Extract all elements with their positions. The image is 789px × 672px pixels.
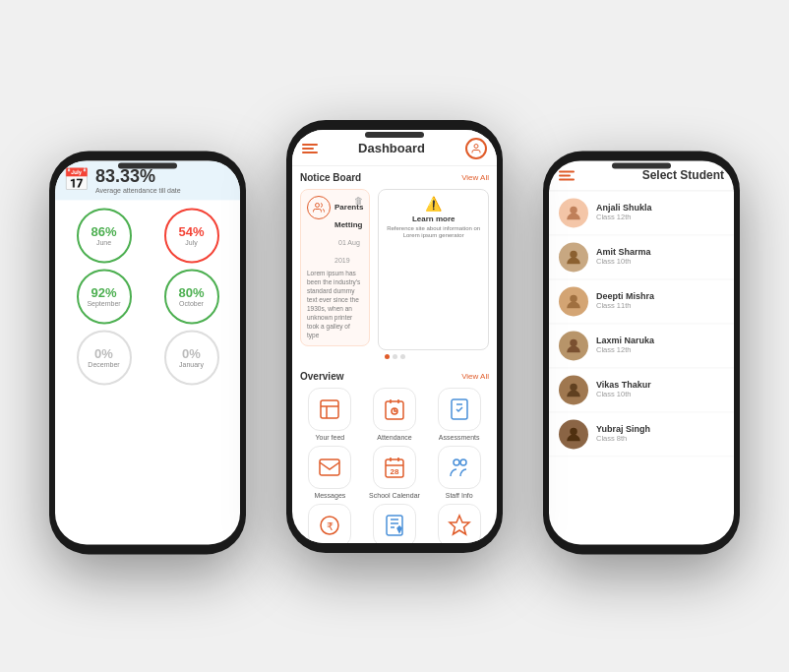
staff-icon-box [438,446,481,489]
student-info-vikas: Vikas Thakur Class 10th [596,380,651,398]
dashboard-title: Dashboard [358,141,425,155]
notice-card-parents: 🗑 Parents Metti [300,189,370,347]
attendance-subtitle: Average attendance till date [95,187,181,194]
attendance-label: Attendance [377,434,411,441]
svg-point-16 [454,459,459,465]
grid-item-attendance[interactable]: Attendance [365,388,425,441]
student-item[interactable]: Vikas Thakur Class 10th [549,368,734,412]
svg-text:₹: ₹ [327,520,334,532]
learn-more-card[interactable]: ⚠️ Learn more Reference site about infor… [378,189,489,351]
grid-item-fees[interactable]: ₹ Fees [300,504,360,542]
fees-icon-box: ₹ [308,504,351,542]
svg-point-24 [570,294,577,302]
month-january: 0% January [164,330,219,385]
student-info-amit: Amit Sharma Class 10th [596,247,651,266]
svg-marker-21 [450,516,469,534]
notice-board-header: Notice Board View All [300,172,489,183]
grid-item-achievements[interactable]: Achievements [429,504,489,542]
feed-icon-box [308,388,351,431]
dot-1[interactable] [385,354,390,359]
svg-point-1 [316,203,320,207]
svg-rect-10 [320,459,339,475]
phone-right: Select Student Anjali Shukla Class 12th [543,151,740,554]
notice-date: 01 Aug 2019 [334,239,360,264]
svg-point-27 [570,427,577,435]
student-item[interactable]: Amit Sharma Class 10th [549,235,734,279]
month-july: 54% July [164,208,219,263]
delete-icon[interactable]: 🗑 [354,196,363,206]
grid-item-calendar[interactable]: 28 School Calendar [365,446,425,499]
select-student-header: Select Student [549,160,734,191]
student-list: Anjali Shukla Class 12th Amit Sharma Cla… [549,191,734,457]
menu-icon-right[interactable] [559,170,575,180]
student-item[interactable]: Deepti Mishra Class 11th [549,279,734,324]
svg-point-23 [570,250,577,258]
month-december: 0% December [77,330,132,385]
notice-body: Lorem ipsum has been the industry's stan… [307,269,363,340]
learn-more-desc: Reference site about information on Lore… [385,225,482,241]
grid-item-assessments[interactable]: Assessments [429,388,489,441]
assessments-icon-box [438,388,481,431]
month-september: 92% September [77,269,132,324]
student-item[interactable]: Yubraj Singh Class 8th [549,412,734,457]
attendance-icon-box [373,388,416,431]
student-avatar-laxmi [559,331,588,360]
month-june: 86% June [77,208,132,263]
learn-more-title: Learn more [385,214,482,223]
overview-view-all[interactable]: View All [461,372,489,381]
student-info-laxmi: Laxmi Naruka Class 12th [596,336,654,354]
student-info-anjali: Anjali Shukla Class 12th [596,203,652,221]
notice-board-title: Notice Board [300,172,361,183]
student-avatar-vikas [559,375,588,404]
notice-avatar [307,196,331,219]
svg-point-22 [570,206,577,214]
dashboard-header: Dashboard [292,130,497,166]
notice-dots [300,354,489,359]
achievements-icon-box [438,504,481,542]
warning-icon: ⚠️ [385,196,482,212]
grid-item-feed[interactable]: Your feed [300,388,360,441]
svg-rect-2 [321,400,338,418]
select-student-title: Select Student [580,168,724,182]
calendar-icon: 📅 [63,167,90,193]
student-avatar-anjali [559,198,588,227]
menu-icon[interactable] [302,144,318,153]
student-avatar-yubraj [559,419,588,449]
student-item[interactable]: Anjali Shukla Class 12th [549,191,734,235]
svg-point-17 [460,459,466,465]
calendar-icon-box: 28 [373,446,416,489]
overview-section: Overview View All Your feed [292,367,497,542]
dot-2[interactable] [393,354,397,359]
overview-title: Overview [300,371,343,382]
grid-item-messages[interactable]: Messages [300,446,360,499]
grid-item-homework[interactable]: Homework [365,504,425,542]
overview-header: Overview View All [300,371,489,382]
overview-grid: Your feed Att [300,388,489,542]
svg-point-25 [570,338,577,346]
svg-point-0 [474,144,478,148]
assessments-label: Assessments [439,434,480,441]
phone-center: Dashboard Notice Board View All [286,120,503,553]
user-icon[interactable] [465,138,487,159]
student-info-yubraj: Yubraj Singh Class 8th [596,424,650,443]
notice-card-top: Parents Metting 01 Aug 2019 [307,196,363,267]
notice-content: Parents Metting 01 Aug 2019 [334,196,363,267]
grid-item-staff[interactable]: Staff Info [429,446,489,499]
homework-icon-box [373,504,416,542]
messages-label: Messages [314,492,345,499]
staff-label: Staff Info [446,492,473,499]
notice-view-all[interactable]: View All [461,173,489,182]
svg-text:28: 28 [391,467,399,476]
student-avatar-amit [559,242,588,272]
month-grid: 86% June 54% July 92% September 80% Octo… [55,200,240,393]
attendance-percentage: 83.33% [95,166,181,187]
student-avatar-deepti [559,286,588,316]
month-october: 80% October [164,269,219,324]
calendar-label: School Calendar [369,492,420,499]
student-item[interactable]: Laxmi Naruka Class 12th [549,324,734,368]
feed-label: Your feed [315,434,344,441]
student-info-deepti: Deepti Mishra Class 11th [596,291,654,310]
dot-3[interactable] [400,354,405,359]
phone-left: 📅 83.33% Average attendance till date 86… [49,151,246,554]
attendance-header: 📅 83.33% Average attendance till date [55,160,240,200]
